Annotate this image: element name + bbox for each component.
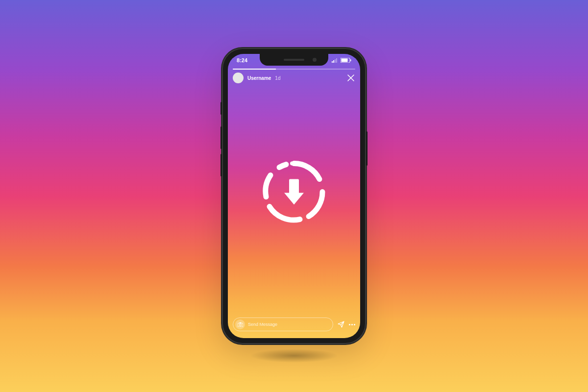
svg-point-10: [239, 324, 241, 326]
story-progress-bar[interactable]: [233, 69, 355, 70]
svg-rect-11: [239, 322, 241, 323]
svg-rect-5: [342, 59, 348, 62]
volume-down-button: [220, 154, 222, 176]
story-footer: Send Message: [233, 318, 355, 331]
signal-icon: [332, 58, 339, 63]
phone-shadow: [250, 349, 338, 363]
reply-placeholder: Send Message: [248, 322, 277, 327]
battery-icon: [341, 58, 351, 63]
power-button: [366, 131, 368, 166]
camera-icon: [238, 322, 243, 327]
close-icon: [347, 74, 354, 81]
story-header: Username 1d: [233, 73, 355, 83]
phone-mockup: 8:24 Username 1d: [222, 48, 366, 344]
volume-up-button: [220, 126, 222, 149]
status-bar: 8:24: [228, 54, 360, 67]
phone-screen[interactable]: 8:24 Username 1d: [228, 54, 360, 338]
camera-button[interactable]: [235, 319, 245, 329]
send-icon: [337, 320, 345, 328]
more-button[interactable]: [349, 324, 355, 325]
close-button[interactable]: [346, 74, 355, 82]
phone-frame: 8:24 Username 1d: [222, 48, 366, 344]
reply-input[interactable]: Send Message: [233, 318, 333, 331]
svg-rect-0: [332, 61, 333, 63]
story-username[interactable]: Username: [247, 75, 271, 81]
svg-rect-2: [335, 59, 336, 63]
svg-rect-8: [289, 179, 299, 194]
send-button[interactable]: [337, 320, 345, 328]
svg-rect-3: [336, 58, 337, 63]
status-time: 8:24: [237, 57, 247, 63]
svg-rect-6: [350, 59, 351, 61]
mute-switch: [220, 102, 222, 115]
more-icon: [349, 324, 355, 325]
story-timestamp: 1d: [275, 75, 280, 81]
avatar[interactable]: [233, 73, 244, 83]
svg-rect-9: [238, 323, 243, 327]
svg-rect-1: [333, 60, 334, 63]
story-progress-fill: [233, 69, 276, 70]
download-story-icon: [260, 158, 328, 226]
svg-point-7: [290, 162, 294, 166]
